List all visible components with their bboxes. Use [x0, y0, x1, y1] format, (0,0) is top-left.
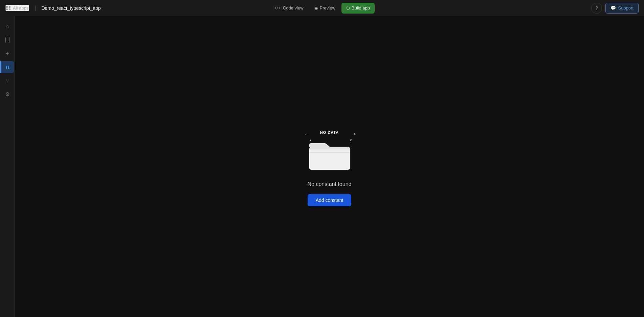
pi-icon: π	[5, 64, 9, 70]
code-view-button[interactable]: </> Code view	[269, 3, 308, 14]
settings-icon: ⚙	[5, 91, 10, 98]
mobile-icon	[5, 37, 9, 43]
empty-state: NO DATA ╮ ╭ ╯ ╰ No constant	[303, 127, 357, 206]
sidebar: ⌂ ✦ π ⑂ ⚙	[0, 16, 15, 317]
build-app-label: Build app	[352, 5, 370, 10]
sparkle-icon: ✦	[5, 50, 9, 57]
empty-title: No constant found	[308, 181, 352, 187]
code-view-label: Code view	[283, 5, 304, 10]
sidebar-item-constants[interactable]: π	[0, 61, 14, 73]
home-icon: ⌂	[6, 23, 9, 29]
topbar-right: ? 💬 Support	[375, 3, 639, 14]
grid-icon	[6, 6, 11, 10]
eye-icon: ◉	[314, 6, 318, 10]
topbar-divider: |	[35, 5, 36, 11]
main-area: ⌂ ✦ π ⑂ ⚙ NO DATA ╮ ╭ ╯ ╰	[0, 16, 644, 317]
support-button[interactable]: 💬 Support	[605, 3, 639, 14]
preview-label: Preview	[320, 5, 335, 10]
sidebar-item-mobile[interactable]	[1, 34, 14, 46]
topbar: All apps | Demo_react_typescript_app </>…	[0, 0, 644, 16]
preview-button[interactable]: ◉ Preview	[310, 3, 340, 14]
sidebar-item-sparkle[interactable]: ✦	[1, 47, 14, 60]
help-button[interactable]: ?	[591, 3, 602, 14]
deco-bottom-left: ╯	[305, 133, 307, 136]
deco-bottom-right: ╰	[354, 133, 355, 136]
folder-icon	[308, 137, 352, 171]
support-label: Support	[618, 5, 634, 10]
sidebar-item-settings[interactable]: ⚙	[1, 88, 14, 100]
main-content: NO DATA ╮ ╭ ╯ ╰ No constant	[15, 16, 644, 317]
chat-icon: 💬	[610, 5, 616, 10]
empty-illustration: NO DATA ╮ ╭ ╯ ╰	[303, 127, 357, 174]
code-icon: </>	[274, 6, 281, 10]
build-app-button[interactable]: ⬡ Build app	[341, 3, 375, 14]
topbar-center: </> Code view ◉ Preview ⬡ Build app	[269, 3, 375, 14]
branch-icon: ⑂	[6, 78, 9, 84]
all-apps-label: All apps	[13, 5, 28, 10]
sidebar-item-home[interactable]: ⌂	[1, 20, 14, 33]
no-data-label: NO DATA	[320, 130, 339, 134]
question-icon: ?	[596, 5, 598, 11]
all-apps-button[interactable]: All apps	[5, 5, 29, 11]
sidebar-item-branch[interactable]: ⑂	[1, 75, 14, 87]
add-constant-button[interactable]: Add constant	[308, 194, 352, 206]
topbar-left: All apps | Demo_react_typescript_app	[5, 5, 269, 11]
rocket-icon: ⬡	[346, 6, 350, 10]
app-name: Demo_react_typescript_app	[41, 5, 101, 11]
